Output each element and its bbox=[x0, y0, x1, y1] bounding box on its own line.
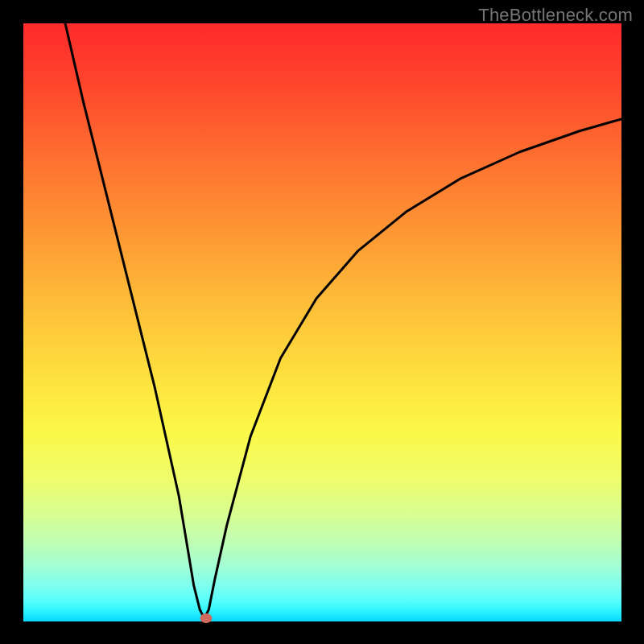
chart-stage: TheBottleneck.com bbox=[0, 0, 644, 644]
plot-area bbox=[23, 23, 621, 621]
curve-svg bbox=[23, 23, 621, 621]
curve-path bbox=[65, 23, 621, 618]
minimum-marker bbox=[200, 613, 212, 623]
